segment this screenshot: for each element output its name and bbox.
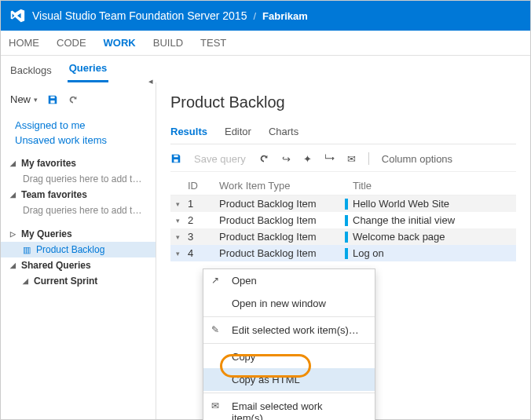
main-tabs: Results Editor Charts: [170, 122, 516, 144]
expand-icon[interactable]: ▾: [170, 217, 185, 225]
email-icon: ✉: [211, 400, 219, 411]
menu-open-new-window[interactable]: Open in new window: [203, 292, 375, 315]
type-color-bar: [345, 248, 348, 259]
type-color-bar: [345, 232, 348, 243]
link-icon[interactable]: ⮡: [324, 153, 335, 165]
col-id[interactable]: ID: [185, 180, 219, 192]
type-color-bar: [345, 215, 348, 226]
table-row[interactable]: ▾2Product Backlog ItemChange the initial…: [170, 212, 516, 228]
email-icon[interactable]: ✉: [347, 153, 356, 165]
col-title[interactable]: Title: [345, 180, 516, 192]
chevron-down-icon: ▾: [34, 96, 38, 104]
tree-my-favorites[interactable]: ◢My favorites: [1, 155, 156, 171]
query-tree: ◢My favorites Drag queries here to add t…: [1, 155, 156, 289]
cell-title: Hello World Web Site: [345, 198, 516, 210]
menu-open[interactable]: ↗Open: [203, 269, 375, 292]
top-nav: HOME CODE WORK BUILD TEST: [1, 31, 530, 56]
sub-nav: Backlogs Queries: [1, 56, 530, 82]
nav-code[interactable]: CODE: [57, 32, 86, 53]
cell-id: 3: [185, 231, 219, 243]
cell-type: Product Backlog Item: [219, 198, 345, 210]
expand-icon[interactable]: ▾: [170, 200, 185, 208]
query-icon: ▥: [23, 245, 31, 255]
table-row[interactable]: ▾1Product Backlog ItemHello World Web Si…: [170, 195, 516, 212]
results-grid: ID Work Item Type Title ▾1Product Backlo…: [170, 177, 516, 261]
column-options-link[interactable]: Column options: [382, 153, 452, 165]
menu-copy[interactable]: Copy: [203, 345, 375, 368]
subnav-queries[interactable]: Queries: [68, 57, 108, 82]
context-menu: ↗Open Open in new window ✎Edit selected …: [203, 268, 375, 420]
drag-hint: Drag queries here to add t…: [1, 171, 156, 187]
save-query-label: Save query: [194, 153, 246, 165]
menu-separator: [203, 343, 375, 344]
new-label: New: [10, 93, 31, 105]
toolbar-divider: [368, 152, 369, 165]
app-title: Visual Studio Team Foundation Server 201…: [32, 9, 247, 22]
menu-separator: [203, 393, 375, 393]
collapse-sidebar-icon[interactable]: ◂: [145, 75, 156, 88]
save-icon[interactable]: [47, 94, 58, 105]
tab-charts[interactable]: Charts: [269, 122, 298, 144]
cell-title: Welcome back page: [345, 231, 516, 243]
cell-title: Log on: [345, 247, 516, 259]
cell-type: Product Backlog Item: [219, 214, 345, 226]
menu-copy-as-html[interactable]: Copy as HTML: [203, 368, 375, 391]
tab-editor[interactable]: Editor: [225, 122, 251, 144]
page-title: Product Backlog: [170, 93, 516, 111]
nav-build[interactable]: BUILD: [153, 32, 183, 53]
app-header: Visual Studio Team Foundation Server 201…: [1, 1, 530, 31]
menu-email-selected[interactable]: ✉Email selected work item(s)…: [203, 395, 375, 420]
cell-type: Product Backlog Item: [219, 247, 345, 259]
tree-current-sprint[interactable]: ◢Current Sprint: [1, 273, 156, 289]
tab-results[interactable]: Results: [170, 122, 207, 144]
new-query-button[interactable]: New ▾: [10, 93, 38, 105]
expand-icon[interactable]: ▾: [170, 233, 185, 241]
table-row[interactable]: ▾3Product Backlog ItemWelcome back page: [170, 228, 516, 245]
grid-header: ID Work Item Type Title: [170, 177, 516, 195]
link-unsaved-work-items[interactable]: Unsaved work items: [15, 134, 141, 146]
visual-studio-icon: [9, 7, 26, 24]
drag-hint: Drag queries here to add t…: [1, 203, 156, 218]
tree-product-backlog[interactable]: ▥Product Backlog: [1, 242, 156, 257]
cell-type: Product Backlog Item: [219, 231, 345, 243]
open-icon: ↗: [211, 275, 219, 286]
menu-edit-selected[interactable]: ✎Edit selected work item(s)…: [203, 319, 375, 341]
cell-title: Change the initial view: [345, 214, 516, 226]
breadcrumb-separator: /: [253, 10, 256, 22]
menu-separator: [203, 316, 375, 317]
refresh-icon[interactable]: [258, 153, 269, 164]
new-item-icon[interactable]: ✦: [303, 153, 312, 165]
table-row[interactable]: ▾4Product Backlog ItemLog on: [170, 245, 516, 261]
cell-id: 2: [185, 214, 219, 226]
col-type[interactable]: Work Item Type: [219, 180, 345, 192]
nav-home[interactable]: HOME: [9, 32, 39, 53]
redo-icon[interactable]: ↪: [282, 153, 291, 165]
expand-icon[interactable]: ▾: [170, 250, 185, 257]
project-name[interactable]: Fabrikam: [262, 10, 308, 22]
link-assigned-to-me[interactable]: Assigned to me: [15, 119, 141, 131]
subnav-backlogs[interactable]: Backlogs: [9, 60, 53, 82]
tree-team-favorites[interactable]: ◢Team favorites: [1, 187, 156, 203]
save-query-icon[interactable]: [170, 153, 181, 164]
cell-id: 1: [185, 198, 219, 210]
type-color-bar: [345, 199, 348, 210]
sidebar: ◂ New ▾ Assigned to me Unsaved work item…: [1, 82, 156, 420]
tree-my-queries[interactable]: ▷My Queries: [1, 226, 156, 242]
nav-test[interactable]: TEST: [200, 32, 226, 53]
tree-shared-queries[interactable]: ◢Shared Queries: [1, 257, 156, 273]
cell-id: 4: [185, 247, 219, 259]
edit-icon: ✎: [211, 324, 219, 335]
toolbar: Save query ↪ ✦ ⮡ ✉ Column options: [170, 151, 516, 172]
nav-work[interactable]: WORK: [104, 32, 136, 53]
refresh-icon[interactable]: [68, 94, 79, 105]
